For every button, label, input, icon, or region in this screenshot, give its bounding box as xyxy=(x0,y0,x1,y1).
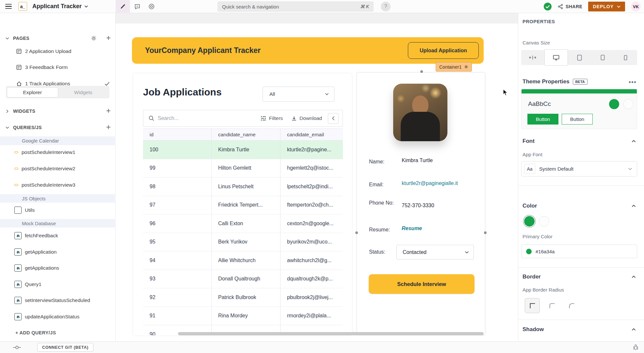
js-item-label: Utils xyxy=(25,207,35,213)
edit-pencil-icon[interactable] xyxy=(116,0,130,13)
selection-handle-top[interactable] xyxy=(420,70,423,73)
theme-button-filled[interactable]: Button xyxy=(527,114,558,125)
deploy-button[interactable]: DEPLOY xyxy=(588,2,625,11)
debug-bug-icon[interactable] xyxy=(633,344,639,350)
status-select[interactable]: Contacted xyxy=(396,245,474,260)
comment-icon[interactable] xyxy=(130,0,144,13)
canvas-size-tablet-icon[interactable] xyxy=(591,50,614,65)
sidebar-page-feedback-form[interactable]: 3 Feeedback Form xyxy=(0,62,116,73)
column-header-candidate-name[interactable]: candidate_name xyxy=(212,129,281,140)
font-collapse-chevron-icon[interactable] xyxy=(632,140,636,143)
shadow-section-header[interactable]: Shadow xyxy=(523,326,544,333)
add-widget-icon[interactable] xyxy=(106,108,111,113)
widgets-section-header[interactable]: WIDGETS xyxy=(0,106,116,117)
postgres-icon xyxy=(14,232,22,239)
js-object-utils[interactable]: Utils xyxy=(0,205,116,216)
table-row[interactable]: 99 Hilton Gemlett hgemlett2q@istoc... xyxy=(143,159,343,178)
query-item-post[interactable]: postScheduleInterview2 xyxy=(0,163,116,174)
query-item-db[interactable]: Query1 xyxy=(0,279,116,290)
tab-explorer[interactable]: Explorer xyxy=(7,87,58,97)
filters-button[interactable]: Filters xyxy=(260,115,283,121)
queries-section-header[interactable]: QUERIES/JS xyxy=(0,122,116,133)
canvas-size-mobile-icon[interactable] xyxy=(614,50,637,65)
app-header-banner[interactable]: YourCompany Applicant Tracker Upload App… xyxy=(132,37,484,64)
download-button[interactable]: Download xyxy=(291,115,322,121)
add-page-icon[interactable] xyxy=(106,35,111,41)
app-title[interactable]: Applicant Tracker xyxy=(32,3,88,10)
border-section-header[interactable]: Border xyxy=(523,274,541,280)
chevron-down-icon xyxy=(84,5,88,8)
user-avatar[interactable]: VK xyxy=(631,2,641,11)
theme-properties-row: Theme Properties BETA xyxy=(523,78,588,85)
group-js-objects[interactable]: JS Objects xyxy=(0,194,116,203)
help-button[interactable]: ? xyxy=(381,2,391,11)
border-collapse-chevron-icon[interactable] xyxy=(632,276,636,278)
container1-tag[interactable]: Container1 xyxy=(436,62,472,72)
container-settings-gear-icon[interactable] xyxy=(464,65,468,69)
theme-menu-dots[interactable]: ••• xyxy=(629,78,636,86)
preview-mode-icon[interactable] xyxy=(144,0,159,13)
quick-search-input[interactable]: Quick search & navigation ⌘ K xyxy=(217,1,374,12)
theme-button-outlined[interactable]: Button xyxy=(562,114,593,125)
table-body: 100 Kimbra Turtle kturtle2r@pagine... 99… xyxy=(143,141,343,335)
table-row[interactable]: 96 Calli Exton cexton2n@google... xyxy=(143,214,343,233)
selection-handle-right[interactable] xyxy=(484,231,487,234)
add-query-js-button[interactable]: + ADD QUERY/JS xyxy=(15,330,56,335)
selection-handle-left[interactable] xyxy=(355,231,358,234)
query-item-post[interactable]: postScheduleInterview3 xyxy=(0,179,116,191)
column-header-candidate-email[interactable]: candidate_email xyxy=(281,129,343,140)
query-item-db[interactable]: getApplication xyxy=(0,246,116,258)
table-row[interactable]: 91 Rina Mordey rmordey2i@plala... xyxy=(143,307,343,326)
table-row[interactable]: 98 Linus Petschelt lpetschelt2p@indi... xyxy=(143,177,343,196)
table-row[interactable]: 94 Allie Whitchurch awhitchurch2l@g... xyxy=(143,251,343,270)
color-collapse-chevron-icon[interactable] xyxy=(632,205,636,207)
canvas-size-desktop-icon[interactable] xyxy=(544,49,568,66)
collapse-panel-button[interactable] xyxy=(328,113,339,124)
group-google-calendar[interactable]: Google Calendar xyxy=(0,136,116,145)
add-query-icon[interactable] xyxy=(106,125,111,130)
table-row[interactable]: 100 Kimbra Turtle kturtle2r@pagine... xyxy=(143,141,343,159)
table-row[interactable]: 92 Patrick Bulbrook pbulbrook2j@livej... xyxy=(143,288,343,307)
app-font-select[interactable]: Aa System Default xyxy=(521,161,637,176)
color-swatch-light[interactable] xyxy=(539,216,549,227)
theme-swatch-light[interactable] xyxy=(623,99,634,109)
primary-color-input[interactable]: #16a34a xyxy=(521,244,637,258)
deploy-label: DEPLOY xyxy=(593,4,614,9)
font-section-header[interactable]: Font xyxy=(523,138,535,144)
tab-widgets[interactable]: Widgets xyxy=(58,87,109,97)
query-item-db[interactable]: setInterviewStatusScheduled xyxy=(0,295,116,306)
radius-round-button[interactable] xyxy=(564,298,579,313)
radius-sharp-button[interactable] xyxy=(525,298,540,313)
schedule-interview-button[interactable]: Schedule Interview xyxy=(369,274,475,294)
query-item-post[interactable]: postScheduleInterview1 xyxy=(0,147,116,158)
cell-id: 96 xyxy=(143,214,212,233)
query-item-db[interactable]: updateApplicationStatus xyxy=(0,311,116,322)
radius-medium-button[interactable] xyxy=(544,298,559,313)
query-item-db[interactable]: getApplications xyxy=(0,262,116,274)
table-row[interactable]: 93 Donall Qualtrough dqualtrough2k@p... xyxy=(143,270,343,289)
email-link[interactable]: kturtle2r@paginegialle.it xyxy=(402,180,458,186)
page-label: 2 Application Upload xyxy=(25,48,71,54)
color-swatch-green-selected[interactable] xyxy=(524,216,535,227)
horizontal-scrollbar[interactable] xyxy=(178,332,484,335)
theme-swatch-green[interactable] xyxy=(609,99,619,109)
sidebar-page-application-upload[interactable]: 2 Application Upload xyxy=(0,46,116,57)
share-button[interactable]: SHARE xyxy=(558,4,583,9)
resume-link[interactable]: Resume xyxy=(402,226,422,231)
table-row[interactable]: 95 Berk Yurikov byurikov2m@uco... xyxy=(143,233,343,252)
shadow-collapse-chevron-icon[interactable] xyxy=(632,328,636,331)
pages-settings-gear-icon[interactable] xyxy=(91,35,97,41)
group-mock-database[interactable]: Mock Database xyxy=(0,219,116,227)
table-row[interactable]: 97 Friedrick Tempert... ftemperton2o@ch.… xyxy=(143,196,343,215)
hamburger-menu-icon[interactable] xyxy=(5,3,13,10)
status-filter-select[interactable]: All xyxy=(263,87,334,102)
column-header-id[interactable]: id xyxy=(143,129,212,140)
upload-application-button[interactable]: Upload Application xyxy=(408,42,479,59)
pages-section-header[interactable]: PAGES xyxy=(0,33,116,44)
connect-git-button[interactable]: CONNECT GIT (BETA) xyxy=(37,343,93,352)
color-section-header[interactable]: Color xyxy=(523,203,537,209)
table-search-input[interactable]: Search... xyxy=(158,115,260,121)
canvas-size-tablet-large-icon[interactable] xyxy=(568,50,591,65)
canvas-size-fluid-icon[interactable] xyxy=(521,50,544,65)
query-item-db[interactable]: fetchFeedback xyxy=(0,230,116,241)
